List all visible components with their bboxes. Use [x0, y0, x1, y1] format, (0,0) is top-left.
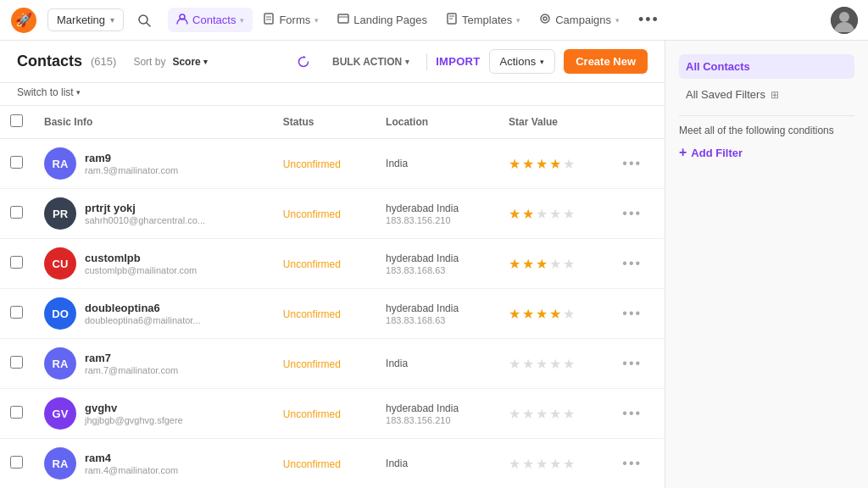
workspace-selector[interactable]: Marketing ▾ — [47, 8, 124, 31]
empty-star: ★ — [536, 206, 548, 222]
basic-info-cell: DO doubleoptina6 doubleoptina6@mailinato… — [44, 297, 263, 330]
basic-info-cell: RA ram4 ram.4@mailinator.com — [44, 447, 263, 480]
table-row: CU customlpb customlpb@mailinator.com Un… — [0, 239, 665, 289]
filled-star: ★ — [549, 156, 561, 172]
row-more-options[interactable]: ••• — [622, 156, 642, 170]
actions-button[interactable]: Actions ▾ — [489, 49, 556, 74]
nav-more-button[interactable]: ••• — [632, 6, 666, 34]
nav-templates-label: Templates — [462, 14, 512, 26]
row-more-options[interactable]: ••• — [622, 206, 642, 220]
contact-name: doubleoptina6 — [85, 302, 201, 314]
location-ip: 183.83.168.63 — [386, 265, 488, 275]
filled-star: ★ — [522, 306, 534, 322]
filter-funnel-icon: ⊞ — [771, 89, 779, 101]
row-checkbox[interactable] — [10, 456, 23, 469]
contact-email: jhgjbgb@gvghvg.sfgere — [85, 415, 183, 425]
star-rating: ★★★★★ — [509, 356, 602, 372]
empty-star: ★ — [509, 406, 520, 422]
row-checkbox[interactable] — [10, 206, 23, 219]
location-ip: 183.83.168.63 — [386, 315, 488, 325]
workspace-label: Marketing — [57, 14, 105, 26]
refresh-button[interactable] — [292, 50, 315, 74]
star-rating: ★★★★★ — [509, 306, 602, 322]
row-more-options[interactable]: ••• — [622, 406, 642, 420]
row-more-options[interactable]: ••• — [622, 306, 642, 320]
add-filter-plus-icon: + — [679, 145, 687, 160]
contact-avatar: GV — [44, 397, 76, 430]
forms-icon — [263, 13, 275, 27]
templates-chevron: ▾ — [516, 16, 520, 25]
row-checkbox[interactable] — [10, 156, 23, 169]
empty-star: ★ — [563, 306, 575, 322]
nav-item-campaigns[interactable]: Campaigns ▾ — [531, 8, 628, 32]
right-filter-panel: All Contacts All Saved Filters ⊞ Meet al… — [665, 41, 868, 488]
app-logo[interactable]: 🚀 — [10, 7, 37, 34]
nav-contacts-label: Contacts — [192, 14, 236, 26]
actions-label: Actions — [500, 55, 537, 68]
basic-info-cell: RA ram9 ram.9@mailinator.com — [44, 147, 263, 180]
location-city: hyderabad India — [386, 252, 488, 264]
empty-star: ★ — [549, 206, 561, 222]
svg-rect-8 — [338, 14, 348, 23]
contact-status: Unconfirmed — [283, 458, 341, 470]
filter-all-saved[interactable]: All Saved Filters ⊞ — [679, 82, 854, 107]
nav-item-templates[interactable]: Templates ▾ — [437, 8, 529, 32]
contact-email: sahrh0010@gharcentral.co... — [85, 215, 205, 225]
table-row: DO doubleoptina6 doubleoptina6@mailinato… — [0, 289, 665, 339]
search-button[interactable] — [131, 7, 158, 34]
toolbar-right: BULK ACTION ▾ IMPORT Actions ▾ Create Ne… — [292, 49, 648, 74]
filter-all-contacts[interactable]: All Contacts — [679, 54, 854, 79]
sort-chevron: ▾ — [203, 58, 208, 66]
nav-item-forms[interactable]: Forms ▾ — [254, 8, 327, 32]
col-location: Location — [376, 106, 498, 139]
location-city: hyderabad India — [386, 402, 488, 414]
contact-avatar: RA — [44, 147, 76, 180]
empty-star: ★ — [549, 456, 561, 472]
col-status: Status — [273, 106, 376, 139]
create-new-button[interactable]: Create New — [564, 49, 648, 74]
contact-status: Unconfirmed — [283, 358, 341, 370]
empty-star: ★ — [549, 256, 561, 272]
workspace-chevron: ▾ — [110, 15, 114, 25]
conditions-label: Meet all of the following conditions — [679, 125, 854, 136]
nav-item-landing-pages[interactable]: Landing Pages — [329, 8, 436, 32]
row-more-options[interactable]: ••• — [622, 256, 642, 270]
empty-star: ★ — [509, 456, 520, 472]
top-navigation: 🚀 Marketing ▾ Contacts ▾ — [0, 0, 868, 41]
nav-campaigns-label: Campaigns — [555, 14, 611, 26]
row-checkbox[interactable] — [10, 406, 23, 419]
row-checkbox[interactable] — [10, 356, 23, 369]
location-city: hyderabad India — [386, 302, 488, 314]
col-star-value: Star Value — [498, 106, 612, 139]
row-checkbox[interactable] — [10, 256, 23, 269]
nav-item-contacts[interactable]: Contacts ▾ — [168, 8, 253, 32]
switch-to-list-button[interactable]: Switch to list ▾ — [17, 86, 648, 98]
contact-avatar: DO — [44, 297, 76, 330]
forms-chevron: ▾ — [314, 16, 319, 25]
star-rating: ★★★★★ — [509, 156, 602, 172]
toolbar-divider — [426, 53, 427, 70]
row-more-options[interactable]: ••• — [622, 456, 642, 470]
svg-point-13 — [541, 14, 549, 23]
empty-star: ★ — [522, 406, 534, 422]
row-checkbox[interactable] — [10, 306, 23, 319]
bulk-action-button[interactable]: BULK ACTION ▾ — [324, 52, 418, 72]
filled-star: ★ — [536, 156, 548, 172]
landing-pages-icon — [337, 13, 349, 27]
empty-star: ★ — [563, 456, 575, 472]
all-saved-filters-label: All Saved Filters — [686, 88, 765, 101]
contact-name: ram9 — [85, 152, 178, 164]
sort-selector[interactable]: Score ▾ — [172, 56, 207, 68]
col-basic-info: Basic Info — [34, 106, 273, 139]
import-button[interactable]: IMPORT — [436, 55, 480, 68]
campaigns-chevron: ▾ — [615, 16, 620, 25]
contact-status: Unconfirmed — [283, 258, 341, 270]
contact-info: customlpb customlpb@mailinator.com — [85, 252, 197, 275]
add-filter-button[interactable]: + Add Filter — [679, 145, 854, 160]
filled-star: ★ — [522, 206, 534, 222]
select-all-checkbox[interactable] — [10, 114, 23, 127]
user-avatar[interactable] — [831, 7, 858, 34]
row-more-options[interactable]: ••• — [622, 356, 642, 370]
table-row: RA ram7 ram.7@mailinator.com Unconfirmed… — [0, 339, 665, 389]
svg-text:🚀: 🚀 — [15, 12, 32, 28]
